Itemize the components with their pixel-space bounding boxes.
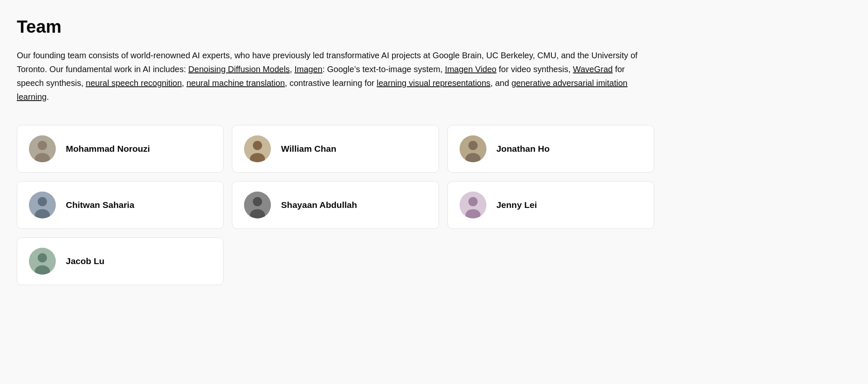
avatar-chitwan-saharia <box>29 192 56 218</box>
link-visual-representations[interactable]: learning visual representations <box>377 78 490 88</box>
team-card-mohammad-norouzi[interactable]: Mohammad Norouzi <box>17 125 223 173</box>
page-title: Team <box>17 17 654 37</box>
avatar-shayaan-abdullah <box>244 192 271 218</box>
link-imagen[interactable]: Imagen <box>294 65 322 74</box>
svg-point-10 <box>38 197 47 206</box>
avatar-jacob-lu <box>29 248 56 275</box>
avatar-jonathan-ho <box>460 135 486 162</box>
svg-point-7 <box>468 141 478 150</box>
link-imagen-video[interactable]: Imagen Video <box>445 65 496 74</box>
member-name-mohammad-norouzi: Mohammad Norouzi <box>66 144 150 154</box>
member-name-jonathan-ho: Jonathan Ho <box>496 144 550 154</box>
svg-point-4 <box>253 141 262 150</box>
svg-point-19 <box>38 253 47 262</box>
team-card-william-chan[interactable]: William Chan <box>232 125 439 173</box>
team-card-jenny-lei[interactable]: Jenny Lei <box>447 181 654 229</box>
team-card-chitwan-saharia[interactable]: Chitwan Saharia <box>17 181 223 229</box>
svg-point-16 <box>468 197 478 206</box>
member-name-shayaan-abdullah: Shayaan Abdullah <box>281 200 357 210</box>
svg-point-1 <box>38 141 47 150</box>
link-wavegrad[interactable]: WaveGrad <box>573 65 613 74</box>
link-neural-speech[interactable]: neural speech recognition <box>86 78 182 88</box>
member-name-william-chan: William Chan <box>281 144 336 154</box>
team-card-jonathan-ho[interactable]: Jonathan Ho <box>447 125 654 173</box>
link-neural-translation[interactable]: neural machine translation <box>187 78 285 88</box>
team-grid: Mohammad Norouzi William Chan Jonathan H… <box>17 125 654 285</box>
avatar-jenny-lei <box>460 192 486 218</box>
svg-point-13 <box>253 197 262 206</box>
team-card-shayaan-abdullah[interactable]: Shayaan Abdullah <box>232 181 439 229</box>
avatar-mohammad-norouzi <box>29 135 56 162</box>
link-denoising-diffusion[interactable]: Denoising Diffusion Models <box>188 65 290 74</box>
member-name-chitwan-saharia: Chitwan Saharia <box>66 200 134 210</box>
team-description: Our founding team consists of world-reno… <box>17 49 654 104</box>
avatar-william-chan <box>244 135 271 162</box>
team-card-jacob-lu[interactable]: Jacob Lu <box>17 237 223 285</box>
member-name-jenny-lei: Jenny Lei <box>496 200 537 210</box>
member-name-jacob-lu: Jacob Lu <box>66 256 104 266</box>
